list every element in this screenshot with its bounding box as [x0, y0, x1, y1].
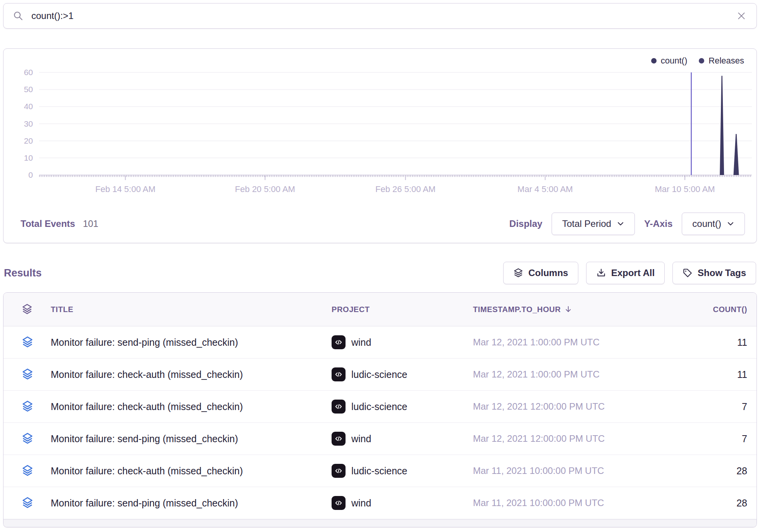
- event-count: 11: [663, 369, 747, 380]
- event-count: 7: [663, 401, 747, 412]
- stack-icon: [21, 465, 51, 477]
- chart-legend: count() Releases: [651, 56, 744, 66]
- event-timestamp: Mar 12, 2021 12:00:00 PM UTC: [473, 433, 663, 444]
- table-row[interactable]: Monitor failure: send-ping (missed_check…: [3, 326, 757, 359]
- code-icon: [332, 432, 346, 446]
- project-name: ludic-science: [351, 369, 408, 380]
- table-row[interactable]: Monitor failure: check-auth (missed_chec…: [3, 391, 757, 423]
- project-name: ludic-science: [351, 401, 408, 412]
- results-table: TITLE PROJECT TIMESTAMP.TO_HOUR COUNT() …: [3, 292, 757, 527]
- results-bar: Results Columns Export All: [4, 260, 756, 286]
- code-icon: [332, 496, 346, 510]
- search-icon: [13, 10, 24, 21]
- tag-icon: [683, 268, 693, 278]
- columns-icon: [513, 268, 523, 278]
- table-row[interactable]: Monitor failure: check-auth (missed_chec…: [3, 455, 757, 487]
- project-cell[interactable]: ludic-science: [332, 400, 473, 414]
- results-title: Results: [4, 267, 42, 279]
- event-timestamp: Mar 12, 2021 1:00:00 PM UTC: [473, 337, 663, 348]
- total-events-label: Total Events: [21, 218, 75, 229]
- event-count: 7: [663, 433, 747, 444]
- stack-icon: [21, 497, 51, 509]
- search-query[interactable]: count():>1: [31, 10, 736, 21]
- export-all-button-label: Export All: [611, 268, 655, 278]
- table-row[interactable]: Monitor failure: send-ping (missed_check…: [3, 487, 757, 519]
- event-title[interactable]: Monitor failure: send-ping (missed_check…: [51, 498, 332, 509]
- table-row[interactable]: Monitor failure: send-ping (missed_check…: [3, 423, 757, 455]
- export-icon: [596, 268, 606, 278]
- event-timestamp: Mar 12, 2021 1:00:00 PM UTC: [473, 369, 663, 380]
- close-icon[interactable]: [736, 11, 746, 21]
- columns-button[interactable]: Columns: [503, 262, 578, 284]
- stack-icon: [21, 368, 51, 381]
- search-bar[interactable]: count():>1: [3, 3, 757, 29]
- code-icon: [332, 400, 346, 414]
- event-title[interactable]: Monitor failure: check-auth (missed_chec…: [51, 369, 332, 380]
- event-title[interactable]: Monitor failure: send-ping (missed_check…: [51, 433, 332, 444]
- legend-count-label: count(): [661, 56, 687, 66]
- svg-text:20: 20: [24, 136, 33, 145]
- svg-text:10: 10: [24, 153, 33, 162]
- project-name: wind: [351, 337, 371, 348]
- event-count: 28: [663, 465, 747, 477]
- svg-text:Feb 20 5:00 AM: Feb 20 5:00 AM: [235, 184, 295, 194]
- chevron-down-icon: [617, 220, 624, 228]
- stack-icon: [21, 432, 51, 445]
- display-dropdown-value: Total Period: [562, 218, 611, 229]
- column-header-title[interactable]: TITLE: [51, 305, 332, 314]
- svg-text:30: 30: [24, 119, 33, 128]
- events-chart-panel: 0102030405060Feb 14 5:00 AMFeb 20 5:00 A…: [3, 48, 757, 243]
- event-count: 11: [663, 337, 747, 348]
- event-title[interactable]: Monitor failure: send-ping (missed_check…: [51, 337, 332, 348]
- svg-text:0: 0: [28, 170, 33, 179]
- legend-releases-label: Releases: [708, 56, 744, 66]
- code-icon: [332, 367, 346, 381]
- count-series-dot-icon: [651, 58, 657, 63]
- event-timestamp: Mar 12, 2021 12:00:00 PM UTC: [473, 401, 663, 412]
- y-axis-label: Y-Axis: [644, 218, 672, 229]
- svg-text:Feb 14 5:00 AM: Feb 14 5:00 AM: [95, 184, 155, 194]
- event-title[interactable]: Monitor failure: check-auth (missed_chec…: [51, 401, 332, 412]
- project-name: ludic-science: [351, 465, 408, 477]
- event-timestamp: Mar 11, 2021 10:00:00 PM UTC: [473, 498, 663, 508]
- sort-desc-arrow-icon: [564, 305, 573, 314]
- event-title[interactable]: Monitor failure: check-auth (missed_chec…: [51, 465, 332, 477]
- y-axis-dropdown[interactable]: count(): [682, 213, 745, 235]
- svg-text:40: 40: [24, 102, 33, 111]
- chart-summary-row: Total Events 101 Display Total Period Y-…: [21, 213, 745, 235]
- column-header-timestamp-label: TIMESTAMP.TO_HOUR: [473, 305, 561, 314]
- project-cell[interactable]: wind: [332, 432, 473, 446]
- legend-item-releases[interactable]: Releases: [699, 56, 744, 66]
- event-count: 28: [663, 498, 747, 509]
- column-header-project[interactable]: PROJECT: [332, 305, 473, 314]
- columns-button-label: Columns: [528, 268, 568, 278]
- display-dropdown[interactable]: Total Period: [552, 213, 635, 235]
- code-icon: [332, 335, 346, 349]
- column-header-count[interactable]: COUNT(): [663, 305, 747, 314]
- table-header: TITLE PROJECT TIMESTAMP.TO_HOUR COUNT(): [3, 293, 757, 326]
- project-cell[interactable]: ludic-science: [332, 367, 473, 381]
- stack-icon: [21, 400, 51, 413]
- event-timestamp: Mar 11, 2021 10:00:00 PM UTC: [473, 465, 663, 476]
- column-header-timestamp[interactable]: TIMESTAMP.TO_HOUR: [473, 305, 663, 314]
- project-name: wind: [351, 433, 371, 444]
- show-tags-button[interactable]: Show Tags: [672, 262, 756, 284]
- show-tags-button-label: Show Tags: [698, 268, 746, 278]
- svg-text:Mar 10 5:00 AM: Mar 10 5:00 AM: [655, 184, 715, 194]
- total-events-value: 101: [83, 218, 98, 229]
- project-cell[interactable]: wind: [332, 335, 473, 349]
- table-row[interactable]: Monitor failure: check-auth (missed_chec…: [3, 359, 757, 391]
- code-icon: [332, 464, 346, 478]
- table-footer: [3, 519, 757, 527]
- project-cell[interactable]: ludic-science: [332, 464, 473, 478]
- stack-icon: [21, 336, 51, 348]
- stack-icon[interactable]: [21, 304, 51, 315]
- table-body: Monitor failure: send-ping (missed_check…: [3, 326, 757, 519]
- project-cell[interactable]: wind: [332, 496, 473, 510]
- releases-series-dot-icon: [699, 58, 704, 63]
- svg-text:Mar 4 5:00 AM: Mar 4 5:00 AM: [518, 184, 573, 194]
- export-all-button[interactable]: Export All: [586, 262, 665, 284]
- legend-item-count[interactable]: count(): [651, 56, 687, 66]
- chevron-down-icon: [727, 220, 734, 228]
- y-axis-dropdown-value: count(): [692, 218, 721, 229]
